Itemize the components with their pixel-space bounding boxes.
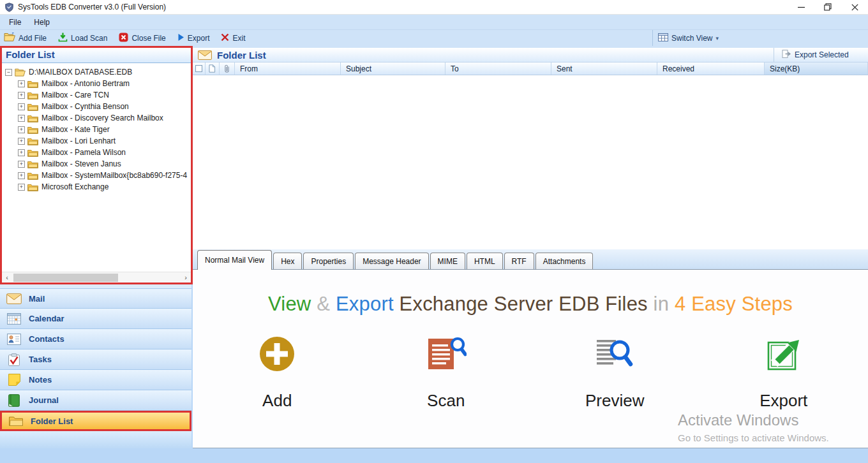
nav-item-contacts[interactable]: Contacts [0, 329, 191, 349]
export-selected-button[interactable]: Export Selected [774, 48, 868, 62]
close-file-label: Close File [131, 34, 165, 43]
tree-item-mailbox[interactable]: + Mailbox - Antonio Bertram [2, 78, 191, 89]
close-button[interactable] [841, 0, 868, 14]
tree-item-mailbox[interactable]: + Mailbox - Lori Lenhart [2, 135, 191, 147]
close-file-button[interactable]: Close File [113, 30, 171, 46]
toolbar: Add File Load Scan Close File Export Exi… [0, 30, 868, 46]
expand-plus-icon[interactable]: + [18, 115, 25, 122]
mail-list-area[interactable] [193, 75, 868, 249]
nav-label: Mail [29, 294, 45, 304]
column-header-sent[interactable]: Sent [551, 62, 657, 75]
banner-segment: Exchange Server EDB Files [400, 293, 654, 315]
banner-heading: View & Export Exchange Server EDB Files … [193, 293, 868, 316]
scrollbar-thumb[interactable] [13, 274, 118, 282]
nav-item-journal[interactable]: Journal [0, 390, 191, 411]
scrollbar-track[interactable] [12, 273, 181, 283]
expand-plus-icon[interactable]: + [18, 138, 25, 145]
tree-item-mailbox[interactable]: + Mailbox - Kate Tiger [2, 124, 191, 135]
tab-properties[interactable]: Properties [303, 253, 354, 269]
load-scan-button[interactable]: Load Scan [52, 30, 113, 46]
nav-label: Notes [29, 375, 52, 385]
calendar-icon [6, 312, 22, 325]
tab-normal-mail-view[interactable]: Normal Mail View [197, 250, 272, 270]
expand-plus-icon[interactable]: + [18, 149, 25, 156]
tab-attachments[interactable]: Attachments [535, 253, 594, 269]
scroll-left-icon[interactable]: ‹ [2, 274, 12, 281]
folder-icon [27, 126, 38, 134]
column-header-size[interactable]: Size(KB) [765, 62, 868, 75]
export-selected-label: Export Selected [795, 50, 849, 59]
column-header-subject[interactable]: Subject [341, 62, 445, 75]
tree-item-mailbox[interactable]: + Mailbox - SystemMailbox{bc8ab690-f275-… [2, 170, 191, 181]
tree-item-mailbox[interactable]: + Microsoft Exchange [2, 181, 191, 193]
step-label: Export [760, 391, 807, 411]
column-header-received[interactable]: Received [657, 62, 765, 75]
expand-plus-icon[interactable]: + [18, 103, 25, 110]
step-label: Preview [585, 391, 644, 411]
envelope-icon [198, 50, 212, 60]
nav-item-folder-list[interactable]: Folder List [0, 411, 191, 431]
nav-item-mail[interactable]: Mail [0, 288, 191, 309]
folder-icon [27, 91, 38, 99]
expand-plus-icon[interactable]: + [18, 161, 25, 168]
journal-icon [6, 394, 22, 407]
column-header-from[interactable]: From [235, 62, 341, 75]
tree-item-root[interactable]: − D:\MAILBOX DATABASE.EDB [2, 66, 191, 78]
add-file-button[interactable]: Add File [0, 30, 52, 46]
expand-plus-icon[interactable]: + [18, 92, 25, 99]
tree-item-mailbox[interactable]: + Mailbox - Pamela Wilson [2, 147, 191, 158]
tree-item-mailbox[interactable]: + Mailbox - Cynthia Benson [2, 101, 191, 112]
tab-rtf[interactable]: RTF [504, 253, 534, 269]
select-all-checkbox[interactable] [193, 62, 206, 75]
tab-mime[interactable]: MIME [430, 253, 465, 269]
contacts-icon [6, 334, 22, 345]
tree-item-label: Mailbox - Steven Janus [41, 159, 121, 168]
exit-button[interactable]: Exit [215, 30, 251, 46]
collapse-minus-icon[interactable]: − [5, 69, 12, 76]
scroll-right-icon[interactable]: › [181, 274, 191, 281]
switch-view-button[interactable]: Switch View ▾ [652, 30, 719, 46]
status-strip [0, 448, 868, 463]
list-panel-title: Folder List [217, 50, 266, 61]
restore-button[interactable] [814, 0, 841, 14]
nav-label: Journal [29, 395, 59, 405]
tree-item-mailbox[interactable]: + Mailbox - Care TCN [2, 89, 191, 101]
tab-html[interactable]: HTML [467, 253, 503, 269]
navigation-pane: Mail Calendar Contacts Tasks Notes [0, 288, 191, 431]
switch-view-label: Switch View [671, 34, 712, 43]
load-scan-label: Load Scan [71, 34, 107, 43]
menu-help[interactable]: Help [27, 15, 56, 29]
export-page-icon [782, 50, 791, 60]
tree-item-mailbox[interactable]: + Mailbox - Discovery Search Mailbox [2, 112, 191, 124]
expand-plus-icon[interactable]: + [18, 172, 25, 179]
folder-icon [27, 137, 38, 145]
watermark-subtitle: Go to Settings to activate Windows. [678, 432, 829, 443]
tree-item-label: Microsoft Exchange [41, 182, 108, 191]
exit-x-icon [221, 33, 229, 43]
column-header-to[interactable]: To [445, 62, 551, 75]
banner-segment: in [654, 293, 675, 315]
expand-plus-icon[interactable]: + [18, 184, 25, 191]
banner-segment: Export [336, 293, 400, 315]
nav-item-calendar[interactable]: Calendar [0, 309, 191, 329]
tree-item-label: Mailbox - Kate Tiger [41, 125, 110, 134]
tab-hex[interactable]: Hex [273, 253, 302, 269]
item-type-column-icon[interactable] [206, 62, 220, 75]
preview-content: View & Export Exchange Server EDB Files … [193, 270, 868, 448]
folder-icon [27, 172, 38, 180]
attachment-column-icon[interactable] [220, 62, 235, 75]
minimize-button[interactable] [788, 0, 814, 14]
banner-segment: View [268, 293, 317, 315]
expand-plus-icon[interactable]: + [18, 126, 25, 133]
folder-tree-panel: Folder List − D:\MAILBOX DATABASE.EDB + … [0, 46, 193, 284]
menu-file[interactable]: File [0, 15, 27, 29]
nav-item-notes[interactable]: Notes [0, 370, 191, 390]
tab-message-header[interactable]: Message Header [355, 253, 428, 269]
mail-icon [6, 293, 22, 304]
grid-view-icon [658, 33, 668, 43]
export-button[interactable]: Export [172, 30, 216, 46]
expand-plus-icon[interactable]: + [18, 80, 25, 87]
tree-item-mailbox[interactable]: + Mailbox - Steven Janus [2, 158, 191, 170]
watermark-title: Activate Windows [678, 411, 829, 429]
nav-item-tasks[interactable]: Tasks [0, 349, 191, 370]
